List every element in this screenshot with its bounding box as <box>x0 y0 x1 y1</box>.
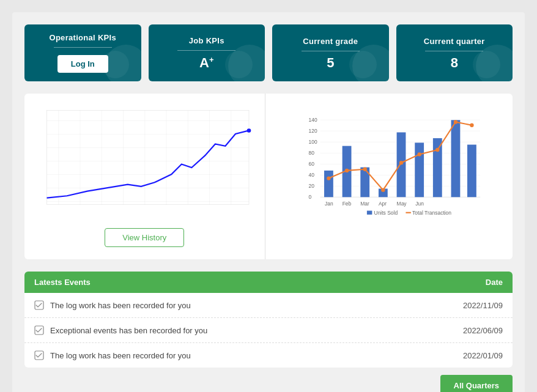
kpi-title-job: Job KPIs <box>189 36 224 45</box>
svg-text:140: 140 <box>308 117 317 123</box>
svg-text:Total Transaction: Total Transaction <box>412 210 451 216</box>
kpi-divider-grade <box>302 51 360 51</box>
event-date-0: 2022/11/09 <box>463 301 503 310</box>
svg-text:Units Sold: Units Sold <box>374 210 398 216</box>
line-chart-svg <box>37 106 253 216</box>
svg-point-35 <box>470 124 473 127</box>
event-left-1: Exceptional events has ben recorded for … <box>34 325 207 335</box>
kpi-card-grade: Current grade 5 <box>272 24 389 81</box>
svg-text:40: 40 <box>308 172 314 178</box>
event-row-2: The log work has been recorded for you 2… <box>24 343 513 368</box>
kpi-title-quarter: Current quarter <box>424 37 485 46</box>
login-button[interactable]: Log In <box>57 55 108 73</box>
svg-text:0: 0 <box>308 194 311 200</box>
check-icon-1 <box>34 325 44 335</box>
events-header: Latests Events Date <box>24 272 513 293</box>
kpi-card-quarter: Current quarter 8 <box>396 24 513 81</box>
main-container: Operational KPIs Log In Job KPIs A+ Curr… <box>12 12 525 392</box>
kpi-row: Operational KPIs Log In Job KPIs A+ Curr… <box>24 24 513 81</box>
svg-text:Apr: Apr <box>378 201 386 207</box>
kpi-value-job: A+ <box>199 56 213 70</box>
line-chart-container <box>37 106 253 218</box>
svg-text:80: 80 <box>308 150 314 156</box>
svg-text:May: May <box>396 201 407 207</box>
svg-rect-26 <box>467 145 476 198</box>
event-row-1: Exceptional events has ben recorded for … <box>24 318 513 343</box>
events-date-header: Date <box>486 278 503 287</box>
bottom-row: All Quarters <box>24 375 513 392</box>
svg-rect-42 <box>366 211 371 215</box>
svg-text:Mar: Mar <box>360 201 369 207</box>
event-text-0: The log work has been recorded for you <box>50 301 191 310</box>
event-left-2: The log work has been recorded for you <box>34 350 191 360</box>
svg-point-30 <box>381 188 385 191</box>
kpi-title-grade: Current grade <box>303 37 358 46</box>
svg-point-31 <box>399 161 402 165</box>
event-row: The log work has been recorded for you 2… <box>24 293 513 318</box>
svg-point-33 <box>435 148 439 152</box>
svg-rect-25 <box>451 120 460 197</box>
bar-chart-panel: 140 120 100 80 60 40 20 0 <box>273 94 513 259</box>
event-date-2: 2022/01/09 <box>463 351 503 360</box>
svg-text:120: 120 <box>308 128 317 134</box>
svg-point-28 <box>344 169 348 172</box>
all-quarters-button[interactable]: All Quarters <box>440 375 513 392</box>
event-text-1: Exceptional events has ben recorded for … <box>50 326 207 335</box>
charts-row: View History 140 120 100 80 60 40 20 0 <box>24 94 513 259</box>
svg-rect-24 <box>432 138 442 197</box>
kpi-title-operational: Operational KPIs <box>49 33 116 42</box>
svg-text:60: 60 <box>308 161 314 167</box>
kpi-divider <box>54 47 112 48</box>
view-history-button[interactable]: View History <box>105 228 184 247</box>
svg-point-34 <box>453 120 457 124</box>
svg-point-29 <box>363 168 366 171</box>
check-icon-2 <box>34 350 44 360</box>
event-left-0: The log work has been recorded for you <box>34 300 191 310</box>
events-title: Latests Events <box>34 278 91 287</box>
line-chart-panel: View History <box>24 94 265 259</box>
svg-text:Jan: Jan <box>325 201 333 207</box>
kpi-card-job: Job KPIs A+ <box>149 24 265 81</box>
kpi-value-quarter: 8 <box>451 56 458 70</box>
check-icon-0 <box>34 300 44 310</box>
svg-rect-20 <box>360 168 369 198</box>
bar-chart-svg: 140 120 100 80 60 40 20 0 <box>285 106 501 216</box>
kpi-divider-job <box>177 50 235 51</box>
svg-point-32 <box>417 152 421 156</box>
svg-rect-23 <box>415 142 424 197</box>
svg-text:Jun: Jun <box>415 201 424 207</box>
kpi-card-operational: Operational KPIs Log In <box>24 24 141 81</box>
svg-text:Feb: Feb <box>342 201 351 207</box>
kpi-value-grade: 5 <box>327 56 334 70</box>
svg-rect-18 <box>324 171 333 197</box>
svg-point-1 <box>247 128 251 133</box>
svg-text:20: 20 <box>308 183 314 189</box>
svg-rect-22 <box>396 132 406 197</box>
event-text-2: The log work has been recorded for you <box>50 351 191 360</box>
kpi-divider-quarter <box>425 51 483 51</box>
event-date-1: 2022/06/09 <box>463 326 503 335</box>
events-section: Latests Events Date The log work has bee… <box>24 272 513 368</box>
svg-point-27 <box>327 176 330 180</box>
svg-text:100: 100 <box>308 139 317 145</box>
svg-rect-0 <box>47 110 249 204</box>
